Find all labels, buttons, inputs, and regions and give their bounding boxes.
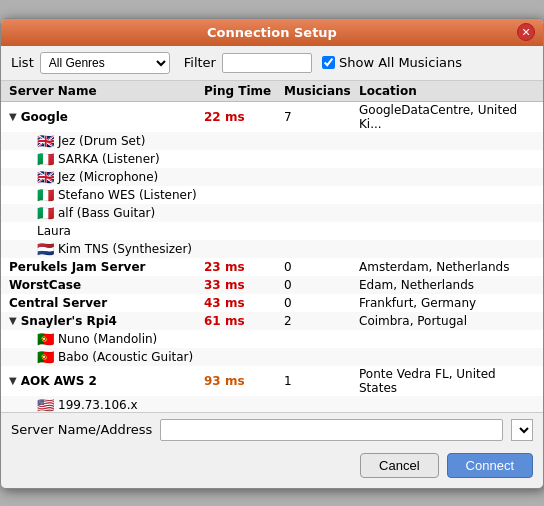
flag-icon: 🇵🇹 xyxy=(37,331,54,347)
flag-icon: 🇬🇧 xyxy=(37,169,54,185)
connect-button[interactable]: Connect xyxy=(447,453,533,478)
footer-bar: Server Name/Address xyxy=(1,412,543,447)
server-address-label: Server Name/Address xyxy=(11,422,152,437)
table-row[interactable]: Perukels Jam Server23 ms0Amsterdam, Neth… xyxy=(1,258,543,276)
col-location: Location xyxy=(359,84,535,98)
server-name-text: Babo (Acoustic Guitar) xyxy=(58,350,193,364)
table-body: ▼Google22 ms7GoogleDataCentre, United Ki… xyxy=(1,102,543,412)
col-ping: Ping Time xyxy=(204,84,284,98)
server-name-text: Snayler's Rpi4 xyxy=(21,314,117,328)
server-name-text: Nuno (Mandolin) xyxy=(58,332,157,346)
list-dropdown[interactable]: All Genres Rock Jazz Classical xyxy=(40,52,170,74)
table-row[interactable]: WorstCase33 ms0Edam, Netherlands xyxy=(1,276,543,294)
table-row[interactable]: 🇮🇹Stefano WES (Listener) xyxy=(1,186,543,204)
expand-icon: ▼ xyxy=(9,111,17,122)
flag-icon: 🇺🇸 xyxy=(37,397,54,412)
expand-icon: ▼ xyxy=(9,375,17,386)
table-row[interactable]: ▼Google22 ms7GoogleDataCentre, United Ki… xyxy=(1,102,543,132)
expand-icon: ▼ xyxy=(9,315,17,326)
show-all-label: Show All Musicians xyxy=(339,55,462,70)
server-name-text: Kim TNS (Synthesizer) xyxy=(58,242,192,256)
musicians-count: 7 xyxy=(284,110,359,124)
ping-value: 22 ms xyxy=(204,110,284,124)
cancel-button[interactable]: Cancel xyxy=(360,453,438,478)
table-row[interactable]: Central Server43 ms0Frankfurt, Germany xyxy=(1,294,543,312)
table-row[interactable]: 🇮🇹alf (Bass Guitar) xyxy=(1,204,543,222)
table-row[interactable]: 🇮🇹SARKA (Listener) xyxy=(1,150,543,168)
server-name-text: 199.73.106.x xyxy=(58,398,138,412)
location-text: GoogleDataCentre, United Ki... xyxy=(359,103,535,131)
table-header: Server Name Ping Time Musicians Location xyxy=(1,81,543,102)
ping-value: 33 ms xyxy=(204,278,284,292)
flag-icon: 🇳🇱 xyxy=(37,241,54,257)
ping-value: 23 ms xyxy=(204,260,284,274)
ping-value: 61 ms xyxy=(204,314,284,328)
col-server-name: Server Name xyxy=(9,84,204,98)
location-text: Ponte Vedra FL, United States xyxy=(359,367,535,395)
filter-input[interactable] xyxy=(222,53,312,73)
table-row[interactable]: 🇬🇧Jez (Microphone) xyxy=(1,168,543,186)
list-label: List xyxy=(11,55,34,70)
musicians-count: 0 xyxy=(284,296,359,310)
musicians-count: 1 xyxy=(284,374,359,388)
table-row[interactable]: 🇵🇹Nuno (Mandolin) xyxy=(1,330,543,348)
server-name-text: AOK AWS 2 xyxy=(21,374,97,388)
server-name-text: Google xyxy=(21,110,68,124)
flag-icon: 🇵🇹 xyxy=(37,349,54,365)
filter-label: Filter xyxy=(184,55,216,70)
flag-icon: 🇮🇹 xyxy=(37,187,54,203)
musicians-count: 0 xyxy=(284,260,359,274)
table-row[interactable]: 🇬🇧Jez (Drum Set) xyxy=(1,132,543,150)
toolbar: List All Genres Rock Jazz Classical Filt… xyxy=(1,46,543,81)
musicians-count: 2 xyxy=(284,314,359,328)
flag-icon: 🇮🇹 xyxy=(37,205,54,221)
server-name-text: alf (Bass Guitar) xyxy=(58,206,155,220)
location-text: Coimbra, Portugal xyxy=(359,314,535,328)
ping-value: 93 ms xyxy=(204,374,284,388)
table-row[interactable]: 🇳🇱Kim TNS (Synthesizer) xyxy=(1,240,543,258)
button-row: Cancel Connect xyxy=(1,447,543,488)
dialog-title: Connection Setup xyxy=(207,25,337,40)
location-text: Frankfurt, Germany xyxy=(359,296,535,310)
flag-icon: 🇮🇹 xyxy=(37,151,54,167)
server-name-text: Jez (Drum Set) xyxy=(58,134,145,148)
connection-setup-dialog: Connection Setup ✕ List All Genres Rock … xyxy=(0,18,544,489)
server-address-input[interactable] xyxy=(160,419,503,441)
titlebar: Connection Setup ✕ xyxy=(1,19,543,46)
table-row[interactable]: Laura xyxy=(1,222,543,240)
location-text: Edam, Netherlands xyxy=(359,278,535,292)
server-name-text: Jez (Microphone) xyxy=(58,170,158,184)
server-name-text: SARKA (Listener) xyxy=(58,152,160,166)
ping-value: 43 ms xyxy=(204,296,284,310)
close-button[interactable]: ✕ xyxy=(517,23,535,41)
show-all-musicians: Show All Musicians xyxy=(322,55,462,70)
table-row[interactable]: 🇵🇹Babo (Acoustic Guitar) xyxy=(1,348,543,366)
table-row[interactable]: ▼AOK AWS 293 ms1Ponte Vedra FL, United S… xyxy=(1,366,543,396)
server-name-text: WorstCase xyxy=(9,278,81,292)
server-name-text: Laura xyxy=(37,224,71,238)
server-dropdown-arrow[interactable] xyxy=(511,419,533,441)
table-row[interactable]: 🇺🇸199.73.106.x xyxy=(1,396,543,412)
server-name-text: Central Server xyxy=(9,296,107,310)
show-all-checkbox[interactable] xyxy=(322,56,335,69)
col-musicians: Musicians xyxy=(284,84,359,98)
flag-icon: 🇬🇧 xyxy=(37,133,54,149)
musicians-count: 0 xyxy=(284,278,359,292)
table-row[interactable]: ▼Snayler's Rpi461 ms2Coimbra, Portugal xyxy=(1,312,543,330)
server-name-text: Perukels Jam Server xyxy=(9,260,145,274)
server-name-text: Stefano WES (Listener) xyxy=(58,188,197,202)
location-text: Amsterdam, Netherlands xyxy=(359,260,535,274)
